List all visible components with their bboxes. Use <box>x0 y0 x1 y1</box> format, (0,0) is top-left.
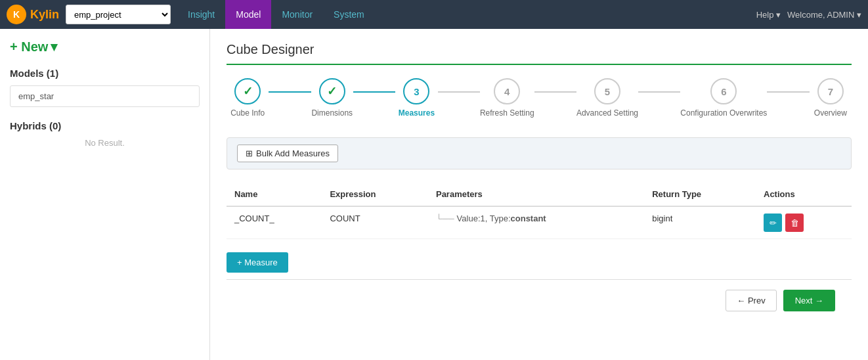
table-row: _COUNT_ COUNT └── Value:1, Type:constant… <box>227 206 852 239</box>
connector-4-5 <box>534 91 576 93</box>
col-parameters: Parameters <box>428 183 644 206</box>
measures-table: Name Expression Parameters Return Type A… <box>227 183 852 239</box>
connector-5-6 <box>638 91 680 93</box>
step-refresh-setting[interactable]: 4 Refresh Setting <box>480 78 534 118</box>
step-advanced-setting[interactable]: 5 Advanced Setting <box>576 78 638 118</box>
bulk-add-measures-button[interactable]: ⊞ Bulk Add Measures <box>237 145 338 162</box>
measure-expression: COUNT <box>322 206 428 239</box>
param-line: └── Value:1, Type:constant <box>436 214 636 223</box>
step-label-3: Measures <box>399 108 435 118</box>
step-label-2: Dimensions <box>311 108 353 118</box>
add-measure-button[interactable]: + Measure <box>227 252 288 273</box>
step-label-7: Overview <box>814 108 847 118</box>
step-config-overwrites[interactable]: 6 Configuration Overwrites <box>680 78 767 118</box>
new-button[interactable]: + New ▾ <box>10 39 200 55</box>
connector-2-3 <box>353 91 395 93</box>
connector-6-7 <box>767 91 809 93</box>
next-button[interactable]: Next → <box>783 290 835 311</box>
measure-name: _COUNT_ <box>227 206 322 239</box>
step-cube-info[interactable]: ✓ Cube Info <box>227 78 269 118</box>
step-dimensions[interactable]: ✓ Dimensions <box>311 78 353 118</box>
step-circle-2: ✓ <box>319 78 345 104</box>
no-result-label: No Result. <box>10 138 200 148</box>
app-logo: K Kylin <box>7 5 59 24</box>
sidebar: + New ▾ Models (1) emp_star Hybrids (0) … <box>0 29 210 360</box>
table-header-row: Name Expression Parameters Return Type A… <box>227 183 852 206</box>
topnav-right: Help ▾ Welcome, ADMIN ▾ <box>756 10 861 20</box>
models-section-title: Models (1) <box>10 68 200 79</box>
step-circle-6: 6 <box>710 78 737 104</box>
step-overview[interactable]: 7 Overview <box>810 78 852 118</box>
param-tree: └── Value:1, Type:constant <box>436 214 636 223</box>
step-label-6: Configuration Overwrites <box>680 108 767 118</box>
action-buttons: ✏ 🗑 <box>764 214 844 232</box>
page-title: Cube Designer <box>227 42 852 65</box>
page-layout: + New ▾ Models (1) emp_star Hybrids (0) … <box>0 29 868 360</box>
hybrids-section-title: Hybrids (0) <box>10 120 200 131</box>
measure-return-type: bigint <box>644 206 756 239</box>
edit-measure-button[interactable]: ✏ <box>764 214 782 232</box>
step-circle-5: 5 <box>594 78 620 104</box>
measure-parameters: └── Value:1, Type:constant <box>428 206 644 239</box>
step-circle-3: 3 <box>403 78 429 104</box>
user-menu[interactable]: Welcome, ADMIN ▾ <box>787 10 861 20</box>
prev-button[interactable]: ← Prev <box>726 290 776 311</box>
help-menu[interactable]: Help ▾ <box>756 10 781 20</box>
step-label-5: Advanced Setting <box>576 108 638 118</box>
table-icon: ⊞ <box>246 148 253 158</box>
step-label-4: Refresh Setting <box>480 108 534 118</box>
col-name: Name <box>227 183 322 206</box>
app-name: Kylin <box>30 8 59 22</box>
col-expression: Expression <box>322 183 428 206</box>
measure-actions: ✏ 🗑 <box>756 206 852 239</box>
connector-3-4 <box>438 91 480 93</box>
col-return-type: Return Type <box>644 183 756 206</box>
connector-1-2 <box>269 91 311 93</box>
step-label-1: Cube Info <box>230 108 265 118</box>
nav-model[interactable]: Model <box>225 0 271 29</box>
bottom-navigation: ← Prev Next → <box>227 279 852 321</box>
step-circle-7: 7 <box>817 78 844 104</box>
main-content: Cube Designer ✓ Cube Info ✓ <box>210 29 868 360</box>
nav-system[interactable]: System <box>323 0 375 29</box>
step-circle-1: ✓ <box>234 78 261 104</box>
step-measures[interactable]: 3 Measures <box>395 78 437 118</box>
measures-toolbar: ⊞ Bulk Add Measures <box>227 137 852 169</box>
model-item-emp-star[interactable]: emp_star <box>10 85 200 107</box>
col-actions: Actions <box>756 183 852 206</box>
top-navigation: K Kylin emp_project Insight Model Monito… <box>0 0 868 29</box>
trash-icon: 🗑 <box>791 218 799 228</box>
nav-monitor[interactable]: Monitor <box>271 0 323 29</box>
param-indent-icon: └── <box>436 214 454 223</box>
logo-icon: K <box>7 5 26 24</box>
project-select[interactable]: emp_project <box>66 5 171 24</box>
step-circle-4: 4 <box>494 78 520 104</box>
stepper: ✓ Cube Info ✓ Dimensions <box>227 78 852 118</box>
param-value: Value:1, Type:constant <box>457 214 546 223</box>
pencil-icon: ✏ <box>770 218 777 228</box>
nav-insight[interactable]: Insight <box>177 0 225 29</box>
delete-measure-button[interactable]: 🗑 <box>785 214 804 232</box>
